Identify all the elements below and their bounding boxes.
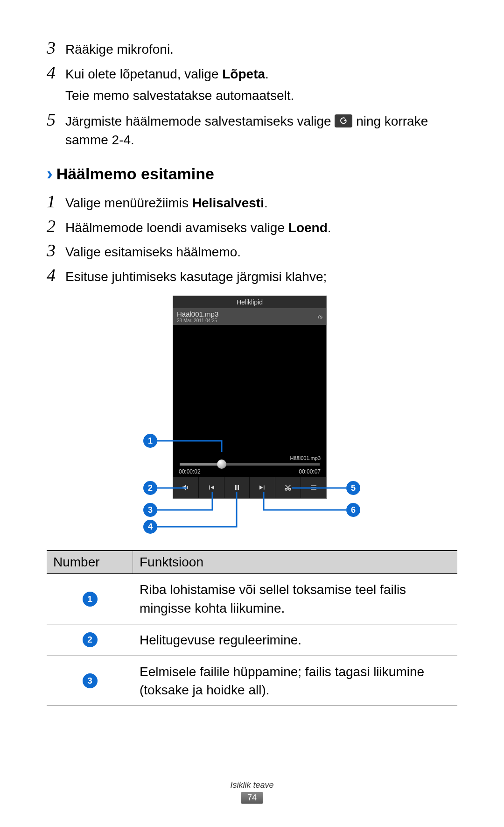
- number-badge: 3: [83, 673, 98, 688]
- step-text: Rääkige mikrofoni.: [65, 40, 457, 59]
- step-text: Valige esitamiseks häälmemo.: [65, 243, 457, 262]
- record-icon: [335, 114, 352, 127]
- trim-button[interactable]: [275, 477, 301, 498]
- table-row: 1Riba lohistamise või sellel toksamise t…: [47, 574, 457, 624]
- section-heading: › Häälmemo esitamine: [47, 164, 457, 184]
- file-row[interactable]: Hääl001.mp3 28 Mar. 2011 04:25 7s: [173, 308, 326, 325]
- time-total: 00:00:07: [299, 468, 321, 475]
- list-item: 2Häälmemode loendi avamiseks valige Loen…: [47, 216, 457, 238]
- page-number: 74: [241, 792, 263, 804]
- callout-1: 1: [143, 434, 157, 448]
- phone-title: Heliklipid: [173, 296, 326, 308]
- svg-rect-1: [238, 485, 239, 490]
- svg-rect-5: [311, 488, 316, 488]
- file-name: Hääl001.mp3: [177, 310, 218, 318]
- list-item: 4Kui olete lõpetanud, valige Lõpeta.: [47, 62, 457, 84]
- file-date: 28 Mar. 2011 04:25: [177, 318, 218, 323]
- volume-button[interactable]: [173, 477, 199, 498]
- step-text: Häälmemode loendi avamiseks valige Loend…: [65, 219, 457, 238]
- th-number: Number: [47, 551, 133, 573]
- seek-fill: [180, 463, 222, 466]
- step-number: 2: [47, 216, 65, 236]
- function-table: Number Funktsioon 1Riba lohistamise või …: [47, 550, 457, 706]
- step-text: Esituse juhtimiseks kasutage järgmisi kl…: [65, 268, 457, 287]
- step-number: 4: [47, 265, 65, 285]
- td-number: 2: [47, 624, 133, 656]
- svg-rect-0: [235, 485, 237, 490]
- table-header: Number Funktsioon: [47, 551, 457, 574]
- td-number: 1: [47, 574, 133, 623]
- time-elapsed: 00:00:02: [179, 468, 201, 475]
- pause-button[interactable]: [224, 477, 250, 498]
- steps-top: 3Rääkige mikrofoni.4Kui olete lõpetanud,…: [47, 37, 457, 150]
- td-function: Helitugevuse reguleerimine.: [133, 624, 457, 656]
- callout-5: 5: [346, 481, 360, 495]
- page-footer: Isiklik teave 74: [0, 780, 504, 804]
- callout-4: 4: [143, 520, 157, 534]
- td-function: Riba lohistamise või sellel toksamise te…: [133, 574, 457, 623]
- prev-button[interactable]: [199, 477, 224, 498]
- player-figure: Heliklipid Hääl001.mp3 28 Mar. 2011 04:2…: [47, 296, 457, 534]
- list-item: 3Valige esitamiseks häälmemo.: [47, 240, 457, 262]
- step-number: 5: [47, 109, 65, 130]
- section-heading-text: Häälmemo esitamine: [56, 165, 214, 183]
- step-number: 3: [47, 37, 65, 58]
- table-row: 3Eelmisele failile hüppamine; failis tag…: [47, 656, 457, 706]
- table-row: 2Helitugevuse reguleerimine.: [47, 624, 457, 656]
- footer-section: Isiklik teave: [0, 780, 504, 790]
- svg-rect-6: [311, 489, 316, 490]
- player-area: Hääl001.mp3 00:00:02 00:00:07: [173, 455, 326, 475]
- svg-rect-4: [311, 486, 316, 487]
- step-text: Järgmiste häälmemode salvestamiseks vali…: [65, 112, 457, 150]
- list-item: 4Esituse juhtimiseks kasutage järgmisi k…: [47, 265, 457, 287]
- phone-screenshot: Heliklipid Hääl001.mp3 28 Mar. 2011 04:2…: [173, 296, 327, 499]
- callout-3: 3: [143, 503, 157, 517]
- number-badge: 1: [83, 592, 98, 607]
- file-duration: 7s: [317, 314, 322, 319]
- player-controls: [173, 477, 326, 498]
- seek-track[interactable]: [180, 463, 320, 466]
- menu-button[interactable]: [301, 477, 326, 498]
- step-number: 1: [47, 191, 65, 212]
- now-playing: Hääl001.mp3: [179, 455, 321, 461]
- th-function: Funktsioon: [133, 551, 457, 573]
- seek-thumb[interactable]: [217, 459, 226, 469]
- td-function: Eelmisele failile hüppamine; failis taga…: [133, 656, 457, 706]
- callout-6: 6: [346, 503, 360, 517]
- number-badge: 2: [83, 632, 98, 647]
- step-number: 3: [47, 240, 65, 261]
- td-number: 3: [47, 656, 133, 706]
- list-item: 3Rääkige mikrofoni.: [47, 37, 457, 59]
- next-button[interactable]: [250, 477, 275, 498]
- chevron-right-icon: ›: [47, 164, 53, 184]
- step-continuation: Teie memo salvestatakse automaatselt.: [65, 86, 457, 106]
- step-text: Kui olete lõpetanud, valige Lõpeta.: [65, 65, 457, 84]
- step-number: 4: [47, 62, 65, 83]
- list-item: 5Järgmiste häälmemode salvestamiseks val…: [47, 109, 457, 150]
- step-text: Valige menüürežiimis Helisalvesti.: [65, 194, 457, 213]
- list-item: 1Valige menüürežiimis Helisalvesti.: [47, 191, 457, 213]
- callout-2: 2: [143, 481, 157, 495]
- steps-play: 1Valige menüürežiimis Helisalvesti.2Hääl…: [47, 191, 457, 286]
